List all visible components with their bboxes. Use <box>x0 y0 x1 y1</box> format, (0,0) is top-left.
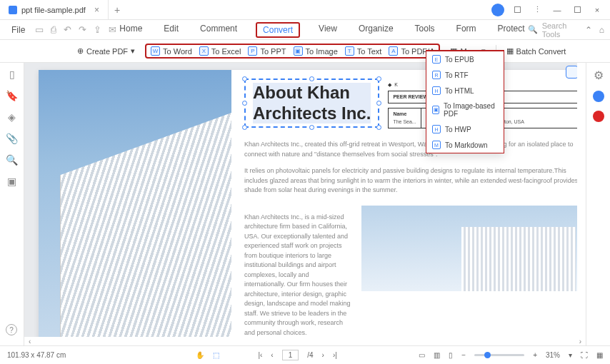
share-icon[interactable]: ⇪ <box>94 24 101 35</box>
view-mode-icon[interactable]: ▦ <box>596 351 603 359</box>
close-tab-icon[interactable]: × <box>94 5 99 15</box>
menu-view[interactable]: View <box>316 22 340 38</box>
word-icon: W <box>151 46 160 56</box>
stamp-icon[interactable]: ▣ <box>7 176 16 187</box>
to-ppt-button[interactable]: PTo PPT <box>248 46 286 56</box>
pdfa-icon: A <box>389 46 398 56</box>
workspace: ▯ 🔖 ◈ 📎 🔍 ▣ About KhanArchitects Inc. <box>0 63 610 345</box>
left-sidebar: ▯ 🔖 ◈ 📎 🔍 ▣ <box>0 63 24 345</box>
menu-edit[interactable]: Edit <box>161 22 181 38</box>
plus-icon: ⊕ <box>77 46 84 56</box>
title-selection[interactable]: About KhanArchitects Inc. <box>244 79 379 128</box>
pdf-icon <box>9 6 17 14</box>
zoom-chevron-icon[interactable]: ▾ <box>569 351 572 359</box>
bookmark-icon[interactable]: 🔖 <box>6 90 18 101</box>
menu-convert[interactable]: Convert <box>256 22 300 38</box>
dd-to-html[interactable]: HTo HTML <box>426 83 504 98</box>
scroll-right-icon[interactable]: › <box>575 338 586 345</box>
dd-to-rtf[interactable]: RTo RTF <box>426 67 504 83</box>
convert-toolbar: ⊕ Create PDF ▾ WTo Word XTo Excel PTo PP… <box>0 40 610 63</box>
chevron-down-icon: ▾ <box>131 46 135 56</box>
add-tab-button[interactable]: + <box>109 4 126 16</box>
vertical-scrollbar[interactable] <box>577 63 586 337</box>
menu-organize[interactable]: Organize <box>356 22 396 38</box>
right-sidebar: ⚙ <box>586 63 610 345</box>
ai-icon[interactable] <box>593 91 604 102</box>
redo-icon[interactable]: ↷ <box>79 24 86 35</box>
layers-icon[interactable]: ◈ <box>8 111 16 123</box>
zoom-out-icon[interactable]: − <box>461 351 466 359</box>
fullscreen-icon[interactable]: ⛶ <box>581 351 588 359</box>
print-icon[interactable]: ⎙ <box>51 24 56 35</box>
zoom-value: 31% <box>546 351 560 359</box>
page-input[interactable]: 1 <box>282 350 299 360</box>
collapse-icon[interactable]: ⌃ <box>585 25 592 35</box>
user-avatar[interactable] <box>491 4 504 16</box>
tab-title: ppt file-sample.pdf <box>21 6 86 14</box>
zoom-in-icon[interactable]: + <box>533 351 537 359</box>
menubar: File ▭ ⎙ ↶ ↷ ⇪ ✉ Home Edit Comment Conve… <box>0 20 610 40</box>
paragraph-1: Khan Architects Inc., created this off-g… <box>244 140 583 159</box>
doc-title-line2: Architects Inc. <box>253 103 371 123</box>
hero-image <box>39 70 231 341</box>
prev-page-icon[interactable]: ‹ <box>271 351 273 359</box>
batch-convert-button[interactable]: ▦ Batch Convert <box>506 46 566 56</box>
to-excel-button[interactable]: XTo Excel <box>199 46 241 56</box>
dd-to-markdown[interactable]: MTo Markdown <box>426 137 504 153</box>
more-dropdown: ETo EPUB RTo RTF HTo HTML ▣To Image-base… <box>426 50 504 153</box>
mail-icon[interactable]: ✉ <box>109 24 116 35</box>
fit-page-icon[interactable]: ▥ <box>434 351 440 359</box>
create-pdf-button[interactable]: ⊕ Create PDF ▾ <box>77 46 135 56</box>
hand-tool-icon[interactable]: ✋ <box>196 351 204 359</box>
statusbar: 101.93 x 47.87 cm ✋ ⬚ |‹ ‹ 1 /4 › ›| ▭ ▥… <box>0 345 610 364</box>
minimize-button[interactable]: — <box>550 3 564 17</box>
open-icon[interactable]: ▭ <box>35 24 44 35</box>
secondary-image <box>361 206 583 291</box>
menu-form[interactable]: Form <box>454 22 479 38</box>
kebab-icon[interactable]: ⋮ <box>530 3 544 17</box>
excel-icon: X <box>199 46 209 56</box>
search-panel-icon[interactable]: 🔍 <box>6 154 18 166</box>
first-page-icon[interactable]: |‹ <box>258 351 262 359</box>
attachment-icon[interactable]: 📎 <box>6 133 18 144</box>
paragraph-2: It relies on photovoltaic panels for ele… <box>244 166 583 196</box>
to-text-button[interactable]: TTo Text <box>345 46 382 56</box>
fit-width-icon[interactable]: ▭ <box>419 351 425 359</box>
undo-icon[interactable]: ↶ <box>64 24 71 35</box>
search-tools[interactable]: 🔍 Search Tools <box>528 21 579 39</box>
dd-to-image-pdf[interactable]: ▣To Image-based PDF <box>426 98 504 121</box>
to-image-button[interactable]: ▣To Image <box>294 46 338 56</box>
read-mode-icon[interactable]: ▯ <box>449 351 453 359</box>
zoom-slider[interactable] <box>474 354 524 356</box>
close-window-button[interactable]: × <box>590 3 604 17</box>
search-icon: 🔍 <box>528 25 538 34</box>
paragraph-3: Khan Architects Inc., is a mid-sized arc… <box>244 213 351 338</box>
select-tool-icon[interactable]: ⬚ <box>213 351 219 359</box>
horizontal-scrollbar[interactable]: ‹ › <box>24 337 586 345</box>
titlebar: ppt file-sample.pdf × + ⋮ — × <box>0 0 610 20</box>
dd-to-hwp[interactable]: HTo HWP <box>426 121 504 137</box>
next-page-icon[interactable]: › <box>322 351 324 359</box>
file-menu[interactable]: File <box>6 25 31 35</box>
settings-icon[interactable]: ⚙ <box>594 69 604 82</box>
dd-to-epub[interactable]: ETo EPUB <box>426 51 504 67</box>
tool-icon[interactable] <box>593 111 604 122</box>
help-icon[interactable]: ? <box>6 324 17 335</box>
maximize-button[interactable] <box>570 3 584 17</box>
search-placeholder: Search Tools <box>542 21 579 39</box>
scroll-left-icon[interactable]: ‹ <box>24 338 35 345</box>
menu-home[interactable]: Home <box>116 22 145 38</box>
image-icon: ▣ <box>294 46 303 56</box>
app-menu-icon[interactable] <box>510 3 524 17</box>
menu-tools[interactable]: Tools <box>412 22 438 38</box>
last-page-icon[interactable]: ›| <box>333 351 337 359</box>
home-icon[interactable]: ⌂ <box>599 25 604 35</box>
to-word-button[interactable]: WTo Word <box>151 46 192 56</box>
text-icon: T <box>345 46 354 56</box>
coords-display: 101.93 x 47.87 cm <box>7 351 114 359</box>
menu-protect[interactable]: Protect <box>495 22 528 38</box>
batch-icon: ▦ <box>506 46 514 56</box>
thumbnails-icon[interactable]: ▯ <box>9 69 15 80</box>
document-tab[interactable]: ppt file-sample.pdf × <box>0 0 109 19</box>
menu-comment[interactable]: Comment <box>197 22 240 38</box>
